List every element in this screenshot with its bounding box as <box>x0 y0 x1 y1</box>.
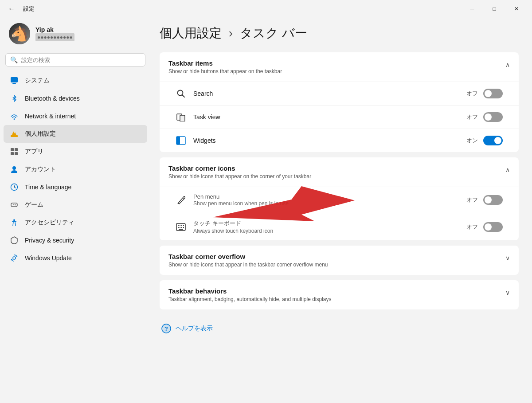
sidebar-item-system[interactable]: システム <box>4 72 147 90</box>
svg-rect-32 <box>181 227 182 228</box>
time-icon <box>10 183 19 192</box>
section-behaviors-header[interactable]: Taskbar behaviors Taskbar alignment, bad… <box>160 280 519 309</box>
label-text: タッチ キーボード <box>193 219 459 227</box>
search-row-icon <box>176 88 186 99</box>
setting-row-right-taskview: オフ <box>466 112 503 122</box>
toggle-taskview[interactable] <box>483 112 503 122</box>
back-button[interactable]: ← <box>5 4 18 14</box>
section-subtitle: Show or hide buttons that appear on the … <box>168 68 505 74</box>
sidebar-item-label-privacy: Privacy & security <box>25 237 74 244</box>
svg-rect-3 <box>11 77 18 82</box>
accessibility-icon <box>10 218 19 227</box>
pen-row-icon <box>176 195 186 205</box>
setting-row-pen: Pen menu Show pen menu icon when pen is … <box>160 187 519 213</box>
user-name: Yip ak <box>35 26 74 33</box>
section-title: Taskbar corner icons <box>168 164 505 172</box>
setting-row-label-search: Search <box>193 90 459 97</box>
network-icon <box>10 112 19 121</box>
sublabel-text: Always show touch keyboard icon <box>193 228 459 234</box>
window-controls: ─ □ ✕ <box>462 3 527 15</box>
sidebar-item-label-accessibility: アクセシビリティ <box>25 219 74 227</box>
section-header-text: Taskbar corner icons Show or hide icons … <box>168 164 505 180</box>
sidebar-item-label-apps: アプリ <box>25 148 43 156</box>
sidebar-item-label-accounts: アカウント <box>25 165 56 173</box>
keyboard-row-icon <box>176 222 186 232</box>
toggle-widgets[interactable] <box>483 136 503 145</box>
section-title: Taskbar items <box>168 59 505 67</box>
setting-row-label-keyboard: タッチ キーボード Always show touch keyboard ico… <box>193 219 459 234</box>
section-corner-icons-header[interactable]: Taskbar corner icons Show or hide icons … <box>160 157 519 187</box>
sidebar-item-privacy[interactable]: Privacy & security <box>4 231 147 249</box>
title-bar: ← 設定 ─ □ ✕ <box>0 0 532 16</box>
section-overflow-header[interactable]: Taskbar corner overflow Show or hide ico… <box>160 246 519 275</box>
section-header-text: Taskbar behaviors Taskbar alignment, bad… <box>168 287 505 302</box>
sidebar-item-accessibility[interactable]: アクセシビリティ <box>4 214 147 231</box>
search-input[interactable] <box>21 57 141 63</box>
svg-point-18 <box>178 90 183 96</box>
toggle-label-taskview: オフ <box>466 113 478 121</box>
search-icon: 🔍 <box>10 56 18 63</box>
section-taskbar-behaviors: Taskbar behaviors Taskbar alignment, bad… <box>160 280 519 309</box>
sidebar-item-time[interactable]: Time & language <box>4 178 147 196</box>
svg-rect-31 <box>180 227 180 228</box>
setting-row-taskview: Task view オフ <box>160 105 519 129</box>
maximize-button[interactable]: □ <box>484 3 505 15</box>
section-taskbar-corner-overflow: Taskbar corner overflow Show or hide ico… <box>160 246 519 275</box>
svg-rect-21 <box>180 115 185 121</box>
toggle-keyboard[interactable] <box>483 222 503 232</box>
sidebar-item-gaming[interactable]: ゲーム <box>4 196 147 214</box>
toggle-thumb-widgets <box>494 137 501 144</box>
svg-rect-6 <box>11 135 18 137</box>
sidebar-item-personalization[interactable]: 個人用設定 <box>4 125 147 143</box>
sidebar-item-label-system: システム <box>25 77 50 85</box>
chevron-up-icon: ∧ <box>505 166 510 173</box>
svg-rect-28 <box>181 225 182 226</box>
update-icon <box>10 254 19 262</box>
sidebar-item-apps[interactable]: アプリ <box>4 143 147 160</box>
setting-row-label-widgets: Widgets <box>193 137 459 144</box>
section-title: Taskbar behaviors <box>168 287 505 295</box>
minimize-button[interactable]: ─ <box>462 3 482 15</box>
search-box[interactable]: 🔍 <box>5 53 145 67</box>
sidebar-item-accounts[interactable]: アカウント <box>4 160 147 178</box>
title-bar-left: ← 設定 <box>5 4 35 14</box>
chevron-down-icon: ∨ <box>505 289 510 296</box>
svg-line-24 <box>183 198 184 199</box>
label-text: Widgets <box>193 137 459 144</box>
nav-list: システム Bluetooth & devices Network & inter… <box>4 72 147 267</box>
breadcrumb-separator: › <box>229 26 233 40</box>
toggle-thumb-pen <box>485 196 492 203</box>
svg-rect-8 <box>15 148 18 151</box>
sidebar-item-update[interactable]: Windows Update <box>4 249 147 267</box>
toggle-thumb-keyboard <box>485 223 492 231</box>
section-taskbar-corner-icons: Taskbar corner icons Show or hide icons … <box>160 157 519 240</box>
sidebar-item-network[interactable]: Network & internet <box>4 107 147 125</box>
apps-icon <box>10 147 19 156</box>
svg-point-17 <box>13 257 16 259</box>
toggle-label-widgets: オン <box>466 137 478 145</box>
section-subtitle: Show or hide icons that appear on the co… <box>168 173 505 180</box>
svg-text:?: ? <box>164 325 168 332</box>
sidebar-item-label-update: Windows Update <box>25 254 72 262</box>
avatar <box>9 23 30 44</box>
svg-rect-29 <box>183 225 184 226</box>
user-profile: Yip ak ●●●●●●●●●●● <box>4 16 147 53</box>
user-info: Yip ak ●●●●●●●●●●● <box>35 26 74 41</box>
setting-row-right-keyboard: オフ <box>466 222 503 232</box>
gaming-icon <box>10 200 19 209</box>
privacy-icon <box>10 236 19 245</box>
widgets-row-icon <box>176 135 186 146</box>
toggle-label-search: オフ <box>466 90 478 98</box>
toggle-search[interactable] <box>483 89 503 98</box>
section-taskbar-items-header[interactable]: Taskbar items Show or hide buttons that … <box>160 52 519 82</box>
sidebar-item-bluetooth[interactable]: Bluetooth & devices <box>4 90 147 107</box>
close-button[interactable]: ✕ <box>506 3 527 15</box>
sidebar-item-label-network: Network & internet <box>25 113 76 120</box>
setting-row-widgets: Widgets オン <box>160 129 519 152</box>
section-header-text: Taskbar items Show or hide buttons that … <box>168 59 505 74</box>
svg-rect-7 <box>11 148 14 151</box>
sublabel-text: Show pen menu icon when pen is in use <box>193 200 459 207</box>
setting-row-search: Search オフ <box>160 82 519 105</box>
toggle-pen[interactable] <box>483 195 503 205</box>
help-link[interactable]: ヘルプを表示 <box>176 325 213 333</box>
